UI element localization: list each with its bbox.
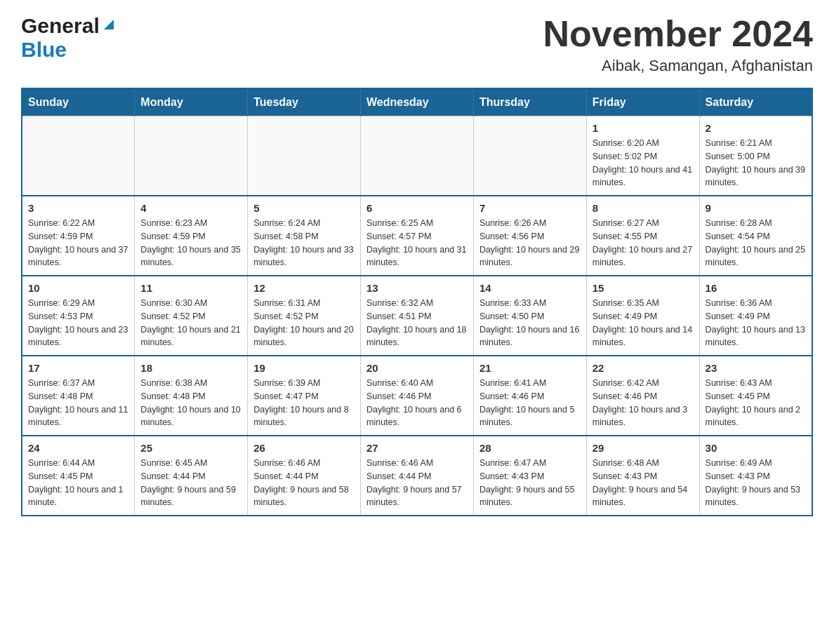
day-number: 1 [593, 122, 694, 134]
day-number: 2 [706, 122, 806, 134]
day-info: Sunrise: 6:46 AMSunset: 4:44 PMDaylight:… [366, 457, 468, 509]
day-number: 14 [479, 282, 581, 294]
day-number: 24 [28, 442, 128, 454]
day-number: 13 [366, 282, 468, 294]
day-number: 10 [28, 282, 128, 294]
day-number: 4 [140, 202, 241, 214]
day-number: 22 [593, 362, 694, 374]
calendar-day: 30Sunrise: 6:49 AMSunset: 4:43 PMDayligh… [699, 436, 812, 516]
day-number: 19 [253, 362, 355, 374]
day-number: 26 [253, 442, 355, 454]
calendar-week-3: 10Sunrise: 6:29 AMSunset: 4:53 PMDayligh… [22, 276, 812, 356]
day-number: 12 [253, 282, 355, 294]
day-info: Sunrise: 6:32 AMSunset: 4:51 PMDaylight:… [366, 297, 468, 349]
calendar-day: 2Sunrise: 6:21 AMSunset: 5:00 PMDaylight… [699, 116, 812, 196]
day-info: Sunrise: 6:42 AMSunset: 4:46 PMDaylight:… [593, 377, 694, 429]
calendar-day: 18Sunrise: 6:38 AMSunset: 4:48 PMDayligh… [135, 356, 248, 436]
day-number: 11 [140, 282, 241, 294]
calendar-day: 19Sunrise: 6:39 AMSunset: 4:47 PMDayligh… [248, 356, 361, 436]
calendar-day: 1Sunrise: 6:20 AMSunset: 5:02 PMDaylight… [586, 116, 699, 196]
calendar-day: 28Sunrise: 6:47 AMSunset: 4:43 PMDayligh… [473, 436, 586, 516]
day-number: 17 [28, 362, 128, 374]
day-info: Sunrise: 6:27 AMSunset: 4:55 PMDaylight:… [593, 217, 694, 269]
calendar-day: 14Sunrise: 6:33 AMSunset: 4:50 PMDayligh… [473, 276, 586, 356]
day-number: 5 [253, 202, 355, 214]
calendar-day: 20Sunrise: 6:40 AMSunset: 4:46 PMDayligh… [361, 356, 474, 436]
logo-general-text: General [21, 14, 100, 38]
calendar-day: 12Sunrise: 6:31 AMSunset: 4:52 PMDayligh… [248, 276, 361, 356]
calendar-day: 22Sunrise: 6:42 AMSunset: 4:46 PMDayligh… [586, 356, 699, 436]
day-info: Sunrise: 6:49 AMSunset: 4:43 PMDaylight:… [706, 457, 806, 509]
calendar-day: 26Sunrise: 6:46 AMSunset: 4:44 PMDayligh… [248, 436, 361, 516]
day-info: Sunrise: 6:47 AMSunset: 4:43 PMDaylight:… [479, 457, 581, 509]
day-info: Sunrise: 6:22 AMSunset: 4:59 PMDaylight:… [28, 217, 128, 269]
day-number: 7 [479, 202, 581, 214]
calendar-day: 7Sunrise: 6:26 AMSunset: 4:56 PMDaylight… [473, 196, 586, 276]
day-info: Sunrise: 6:33 AMSunset: 4:50 PMDaylight:… [479, 297, 581, 349]
day-info: Sunrise: 6:46 AMSunset: 4:44 PMDaylight:… [253, 457, 355, 509]
calendar-day [135, 116, 248, 196]
location-text: Aibak, Samangan, Afghanistan [543, 57, 813, 75]
day-info: Sunrise: 6:43 AMSunset: 4:45 PMDaylight:… [706, 377, 806, 429]
weekday-header-monday: Monday [135, 88, 248, 116]
calendar-day: 8Sunrise: 6:27 AMSunset: 4:55 PMDaylight… [586, 196, 699, 276]
day-number: 15 [593, 282, 694, 294]
calendar-day: 21Sunrise: 6:41 AMSunset: 4:46 PMDayligh… [473, 356, 586, 436]
calendar-day: 16Sunrise: 6:36 AMSunset: 4:49 PMDayligh… [699, 276, 812, 356]
svg-marker-0 [104, 20, 114, 29]
calendar-day: 3Sunrise: 6:22 AMSunset: 4:59 PMDaylight… [22, 196, 135, 276]
day-number: 27 [366, 442, 468, 454]
day-info: Sunrise: 6:39 AMSunset: 4:47 PMDaylight:… [253, 377, 355, 429]
weekday-header-friday: Friday [586, 88, 699, 116]
day-number: 3 [28, 202, 128, 214]
day-number: 29 [593, 442, 694, 454]
day-number: 16 [706, 282, 806, 294]
calendar-day: 27Sunrise: 6:46 AMSunset: 4:44 PMDayligh… [361, 436, 474, 516]
weekday-header-tuesday: Tuesday [248, 88, 361, 116]
page-header: General Blue November 2024 Aibak, Samang… [21, 14, 813, 75]
calendar-day: 15Sunrise: 6:35 AMSunset: 4:49 PMDayligh… [586, 276, 699, 356]
weekday-header-thursday: Thursday [473, 88, 586, 116]
calendar-day [473, 116, 586, 196]
calendar-day: 23Sunrise: 6:43 AMSunset: 4:45 PMDayligh… [699, 356, 812, 436]
day-info: Sunrise: 6:28 AMSunset: 4:54 PMDaylight:… [706, 217, 806, 269]
weekday-header-wednesday: Wednesday [361, 88, 474, 116]
calendar-week-2: 3Sunrise: 6:22 AMSunset: 4:59 PMDaylight… [22, 196, 812, 276]
calendar-day: 13Sunrise: 6:32 AMSunset: 4:51 PMDayligh… [361, 276, 474, 356]
day-info: Sunrise: 6:38 AMSunset: 4:48 PMDaylight:… [140, 377, 241, 429]
calendar-day [22, 116, 135, 196]
day-info: Sunrise: 6:21 AMSunset: 5:00 PMDaylight:… [706, 137, 806, 189]
day-number: 18 [140, 362, 241, 374]
calendar-week-1: 1Sunrise: 6:20 AMSunset: 5:02 PMDaylight… [22, 116, 812, 196]
calendar-table: SundayMondayTuesdayWednesdayThursdayFrid… [21, 88, 813, 516]
day-info: Sunrise: 6:44 AMSunset: 4:45 PMDaylight:… [28, 457, 128, 509]
day-info: Sunrise: 6:35 AMSunset: 4:49 PMDaylight:… [593, 297, 694, 349]
calendar-day: 24Sunrise: 6:44 AMSunset: 4:45 PMDayligh… [22, 436, 135, 516]
day-info: Sunrise: 6:29 AMSunset: 4:53 PMDaylight:… [28, 297, 128, 349]
weekday-header-sunday: Sunday [22, 88, 135, 116]
day-info: Sunrise: 6:40 AMSunset: 4:46 PMDaylight:… [366, 377, 468, 429]
day-number: 23 [706, 362, 806, 374]
weekday-header-saturday: Saturday [699, 88, 812, 116]
logo-blue-text: Blue [21, 38, 67, 62]
calendar-day: 17Sunrise: 6:37 AMSunset: 4:48 PMDayligh… [22, 356, 135, 436]
calendar-day: 29Sunrise: 6:48 AMSunset: 4:43 PMDayligh… [586, 436, 699, 516]
day-info: Sunrise: 6:30 AMSunset: 4:52 PMDaylight:… [140, 297, 241, 349]
day-number: 9 [706, 202, 806, 214]
calendar-day: 6Sunrise: 6:25 AMSunset: 4:57 PMDaylight… [361, 196, 474, 276]
day-number: 21 [479, 362, 581, 374]
calendar-day: 5Sunrise: 6:24 AMSunset: 4:58 PMDaylight… [248, 196, 361, 276]
calendar-day: 4Sunrise: 6:23 AMSunset: 4:59 PMDaylight… [135, 196, 248, 276]
day-number: 8 [593, 202, 694, 214]
calendar-week-5: 24Sunrise: 6:44 AMSunset: 4:45 PMDayligh… [22, 436, 812, 516]
day-info: Sunrise: 6:24 AMSunset: 4:58 PMDaylight:… [253, 217, 355, 269]
day-info: Sunrise: 6:36 AMSunset: 4:49 PMDaylight:… [706, 297, 806, 349]
day-number: 25 [140, 442, 241, 454]
logo-triangle-icon [101, 17, 117, 32]
month-title: November 2024 [543, 14, 813, 54]
day-info: Sunrise: 6:31 AMSunset: 4:52 PMDaylight:… [253, 297, 355, 349]
title-section: November 2024 Aibak, Samangan, Afghanist… [543, 14, 813, 75]
calendar-day: 11Sunrise: 6:30 AMSunset: 4:52 PMDayligh… [135, 276, 248, 356]
day-number: 6 [366, 202, 468, 214]
day-info: Sunrise: 6:26 AMSunset: 4:56 PMDaylight:… [479, 217, 581, 269]
